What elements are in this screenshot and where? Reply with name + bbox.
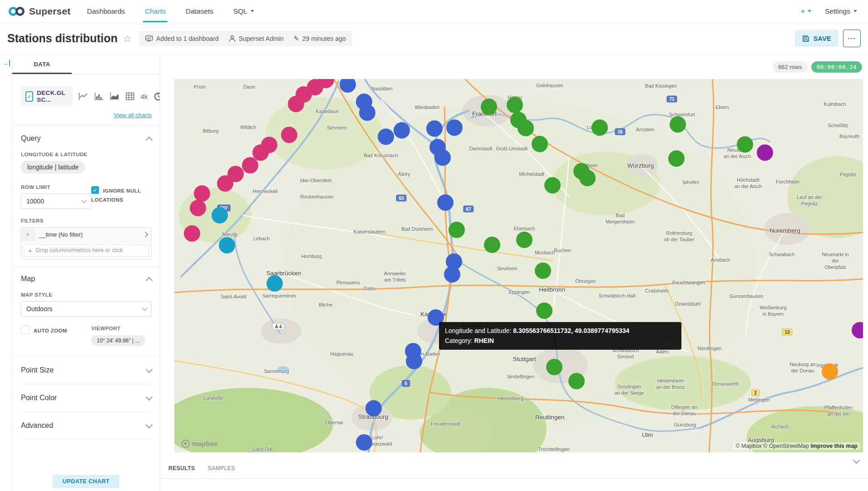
pencil-icon: ✎: [294, 35, 300, 43]
nav-item-sql[interactable]: SQL: [223, 0, 264, 22]
filter-expand[interactable]: [139, 228, 151, 241]
pie-chart-icon[interactable]: [154, 92, 160, 101]
nav-item-datasets[interactable]: Datasets: [176, 0, 223, 22]
map-section-header[interactable]: Map: [21, 266, 152, 283]
header-actions: SAVE ···: [795, 30, 861, 47]
section-advanced[interactable]: Advanced: [21, 412, 152, 440]
view-all-charts-link[interactable]: View all charts: [113, 112, 152, 119]
scatter-point-blue[interactable]: [437, 194, 454, 211]
map-style-select[interactable]: Outdoors: [21, 301, 152, 317]
scatter-point-pink[interactable]: [194, 185, 210, 202]
dropzone-hint: Drop columns/metrics here or click: [36, 247, 123, 253]
page-title: Stations distribution: [7, 32, 118, 45]
map-place-label: Meitingen: [748, 397, 770, 403]
scatter-point-blue[interactable]: [356, 434, 372, 451]
row-limit-select[interactable]: 10000: [21, 193, 91, 209]
scatter-point-green[interactable]: [536, 303, 552, 319]
new-item-button[interactable]: +: [800, 6, 811, 16]
scatter-point-green[interactable]: [546, 359, 562, 375]
viewport-value[interactable]: 10° 24' 49.86" | ...: [91, 335, 145, 346]
scatter-point-green[interactable]: [449, 222, 465, 238]
scatter-point-green[interactable]: [484, 237, 500, 253]
lonlat-chip[interactable]: longitude | latitude: [21, 161, 85, 174]
query-section-header[interactable]: Query: [21, 126, 152, 143]
owner-badge[interactable]: Superset Admin: [229, 35, 284, 42]
scatter-point-blue[interactable]: [444, 266, 460, 283]
filter-chip[interactable]: × __time (No filter): [21, 228, 151, 242]
area-chart-icon[interactable]: [110, 92, 119, 100]
scatter-point-pink[interactable]: [281, 127, 297, 143]
viz-type-selected[interactable]: ✓ DECK.GL SC...: [21, 86, 73, 106]
mapbox-logo[interactable]: mapbox: [182, 440, 218, 448]
map-place-label: Kaiserslautern: [354, 229, 385, 235]
top-navbar: Superset Dashboards Charts Datasets SQL …: [0, 0, 868, 23]
update-chart-button[interactable]: UPDATE CHART: [53, 475, 120, 488]
bar-chart-icon[interactable]: [94, 92, 104, 100]
scatter-point-green[interactable]: [532, 136, 548, 152]
scatter-point-cyan[interactable]: [212, 207, 228, 223]
line-chart-icon[interactable]: [79, 92, 88, 100]
map-place-label: Haguenau: [330, 351, 354, 357]
nav-item-dashboards[interactable]: Dashboards: [77, 0, 135, 22]
scatter-point-green[interactable]: [668, 150, 685, 167]
save-button[interactable]: SAVE: [795, 30, 838, 47]
scatter-point-orange[interactable]: [822, 363, 838, 380]
scatter-point-green[interactable]: [518, 120, 534, 136]
scatter-point-pink[interactable]: [288, 96, 304, 112]
filters-dropzone[interactable]: + Drop columns/metrics here or click: [24, 244, 149, 257]
scatter-point-pink[interactable]: [190, 200, 206, 216]
scatter-point-blue[interactable]: [434, 149, 451, 166]
nav-item-charts[interactable]: Charts: [135, 0, 176, 22]
more-actions-button[interactable]: ···: [843, 30, 861, 47]
scatter-point-green[interactable]: [481, 99, 497, 115]
scatter-point-blue[interactable]: [365, 400, 382, 417]
favorite-star-icon[interactable]: ☆: [123, 33, 132, 44]
scatter-point-blue[interactable]: [378, 129, 394, 145]
scatter-point-blue[interactable]: [394, 122, 410, 139]
scatter-point-green[interactable]: [592, 119, 608, 136]
map-place-label: Neuburg an der Donau: [789, 362, 816, 374]
tab-samples[interactable]: SAMPLES: [208, 465, 235, 478]
map-place-label: Buchen: [554, 248, 571, 254]
scatter-point-green[interactable]: [670, 116, 686, 133]
tab-data[interactable]: DATA: [12, 55, 72, 74]
superset-logo[interactable]: Superset: [0, 6, 77, 17]
section-point-color[interactable]: Point Color: [21, 384, 152, 412]
collapse-results-chevron-icon[interactable]: [854, 458, 859, 466]
settings-menu[interactable]: Settings: [825, 7, 857, 15]
attrib-mapbox-link[interactable]: © Mapbox: [735, 443, 761, 449]
map-place-label: Daun: [243, 84, 255, 90]
scatter-point-green[interactable]: [507, 97, 523, 113]
dashboards-badge[interactable]: Added to 1 dashboard: [145, 35, 219, 42]
scatter-point-green[interactable]: [535, 263, 551, 279]
scatter-point-cyan[interactable]: [219, 237, 235, 253]
section-point-size[interactable]: Point Size: [21, 357, 152, 384]
scatter-point-cyan[interactable]: [266, 275, 283, 292]
scatter-point-green[interactable]: [737, 136, 753, 153]
scatter-point-pink[interactable]: [217, 175, 233, 192]
nav-right: + Settings: [800, 6, 868, 16]
tab-results[interactable]: RESULTS: [168, 465, 195, 478]
scatter-point-blue[interactable]: [406, 353, 422, 369]
filter-chip-label[interactable]: __time (No filter): [35, 228, 139, 241]
scatter-point-pink[interactable]: [242, 157, 258, 174]
scatter-point-green[interactable]: [544, 177, 561, 193]
big-number-icon[interactable]: 4k: [141, 93, 148, 100]
table-icon[interactable]: [126, 92, 134, 100]
last-modified-badge[interactable]: ✎ 29 minutes ago: [294, 35, 346, 43]
scatter-point-blue[interactable]: [359, 104, 375, 121]
attrib-osm-link[interactable]: © OpenStreetMap: [763, 443, 809, 449]
scatter-point-green[interactable]: [516, 232, 533, 248]
deckgl-map[interactable]: PrümDaunNastättenWiesbadenFrankfurtHanau…: [174, 79, 863, 452]
scatter-point-green[interactable]: [579, 170, 596, 186]
improve-map-link[interactable]: Improve this map: [811, 443, 858, 449]
scatter-point-pink[interactable]: [184, 225, 200, 242]
scatter-point-purple[interactable]: [757, 144, 773, 161]
map-place-label: Bitburg: [203, 128, 219, 134]
scatter-point-blue[interactable]: [426, 120, 443, 137]
scatter-point-green[interactable]: [568, 373, 585, 389]
remove-filter-icon[interactable]: ×: [21, 228, 35, 241]
scatter-point-blue[interactable]: [446, 119, 463, 136]
collapse-panel-icon[interactable]: →: [2, 60, 10, 66]
auto-zoom-checkbox[interactable]: [21, 326, 30, 334]
